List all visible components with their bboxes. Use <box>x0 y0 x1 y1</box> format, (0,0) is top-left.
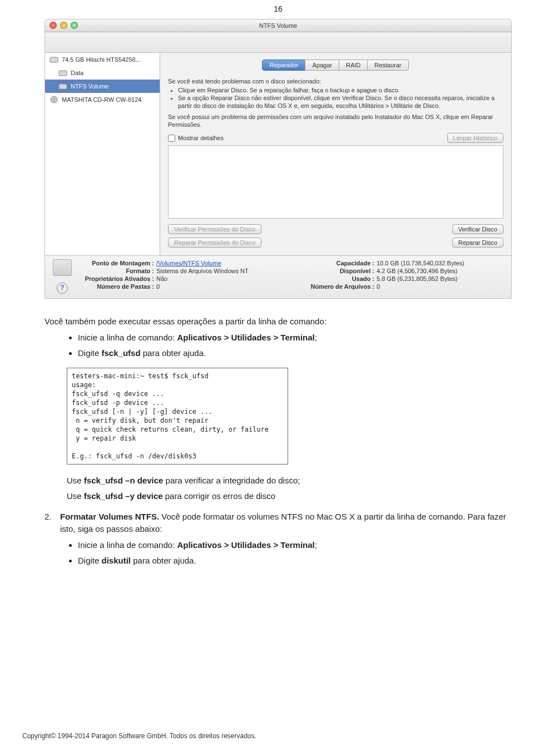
text: para corrigir os erros de disco <box>163 491 276 501</box>
info-value: 5.8 GB (6,231,805,952 Bytes) <box>377 275 458 283</box>
bold: Formatar Volumes NTFS. <box>60 512 159 521</box>
repair-permissions-button[interactable]: Reparar Permissões do Disco <box>168 238 261 248</box>
tab-bar: ReparadorApagarRAIDRestaurar <box>168 60 503 71</box>
sidebar: 74.5 GB Hitachi HTS54258...DataNTFS Volu… <box>45 53 160 255</box>
list-item: Digite fsck_ufsd para obter ajuda. <box>78 347 512 360</box>
intro-second: Se você possui um problema de permissões… <box>168 113 503 129</box>
disk-icon <box>50 56 58 63</box>
text: ; <box>315 333 317 342</box>
toolbar <box>45 32 511 53</box>
info-row: Capacidade :10.0 GB (10,738,540,032 Byte… <box>296 259 506 267</box>
intro-bullet: Clique em Reparar Disco. Se a reparação … <box>178 86 503 94</box>
disk-utility-window: NTFS Volume 74.5 GB Hitachi HTS54258...D… <box>44 19 512 299</box>
help-icon[interactable]: ? <box>57 283 68 294</box>
info-label: Número de Pastas : <box>76 283 156 290</box>
info-row: Ponto de Montagem :/Volumes/NTFS Volume <box>76 259 285 267</box>
info-value: 10.0 GB (10,738,540,032 Bytes) <box>377 259 464 267</box>
svg-rect-0 <box>50 57 58 62</box>
cd-icon <box>50 96 58 103</box>
window-title: NTFS Volume <box>259 22 297 29</box>
bold: Aplicativos > Utilidades > Terminal <box>177 333 314 342</box>
text: Digite <box>78 348 102 358</box>
info-bar: ? Ponto de Montagem :/Volumes/NTFS Volum… <box>45 255 511 298</box>
info-value[interactable]: /Volumes/NTFS Volume <box>156 259 221 267</box>
sidebar-item[interactable]: Data <box>45 66 160 80</box>
info-value: 0 <box>156 283 160 290</box>
info-label: Formato : <box>76 267 156 275</box>
info-row: Número de Arquivos :0 <box>296 283 506 290</box>
repair-disk-button[interactable]: Reparar Disco <box>452 238 503 248</box>
paragraph: Você também pode executar essas operaçõe… <box>44 315 512 328</box>
paragraph: Use fsck_ufsd –n device para verificar a… <box>67 475 512 487</box>
info-row: Formato :Sistema de Arquivos Windows NT <box>76 267 285 275</box>
tab-raid[interactable]: RAID <box>339 60 368 71</box>
info-row: Proprietários Ativados :Não <box>76 275 285 283</box>
sidebar-item-label: NTFS Volume <box>71 83 108 90</box>
drive-icon <box>53 259 72 276</box>
log-area <box>168 145 503 219</box>
text: ; <box>315 540 317 550</box>
text: para obter ajuda. <box>131 556 196 565</box>
info-label: Ponto de Montagem : <box>76 259 156 267</box>
bold: fsck_ufsd –n device <box>84 476 164 485</box>
info-row: Número de Pastas :0 <box>76 283 285 290</box>
paragraph: Use fsck_ufsd –y device para corrigir os… <box>67 490 512 503</box>
sidebar-item-label: 74.5 GB Hitachi HTS54258... <box>62 56 141 63</box>
info-label: Capacidade : <box>296 259 377 267</box>
list-item: Inicie a linha de comando: Aplicativos >… <box>78 539 512 552</box>
minimize-icon[interactable] <box>60 22 67 29</box>
sidebar-item[interactable]: NTFS Volume <box>45 80 160 93</box>
list-item: Digite diskutil para obter ajuda. <box>78 555 512 567</box>
checkbox-icon[interactable] <box>168 135 175 142</box>
text: Inicie a linha de comando: <box>78 333 177 342</box>
tab-apagar[interactable]: Apagar <box>305 60 339 71</box>
zoom-icon[interactable] <box>71 22 78 29</box>
sidebar-item-label: MATSHITA CD-RW CW-8124 <box>62 96 141 103</box>
tab-restaurar[interactable]: Restaurar <box>367 60 408 71</box>
text: Use <box>67 491 84 501</box>
sidebar-item[interactable]: 74.5 GB Hitachi HTS54258... <box>45 53 160 66</box>
text: para obter ajuda. <box>141 348 206 358</box>
sidebar-item[interactable]: MATSHITA CD-RW CW-8124 <box>45 93 160 106</box>
intro-bullet: Se a opção Reparar Disco não estiver dis… <box>178 94 503 110</box>
info-label: Disponível : <box>296 267 377 275</box>
tab-reparador[interactable]: Reparador <box>262 60 305 71</box>
svg-point-4 <box>53 99 55 101</box>
text: Inicie a linha de comando: <box>78 540 177 550</box>
show-details-label: Mostrar detalhes <box>178 135 224 141</box>
text: Use <box>67 476 84 485</box>
bold: diskutil <box>102 556 131 565</box>
text: para verificar a integridade do disco; <box>163 476 300 485</box>
info-value: 4.2 GB (4,506,730,496 Bytes) <box>377 267 458 275</box>
info-label: Número de Arquivos : <box>296 283 377 290</box>
text: Digite <box>78 556 102 565</box>
verify-permissions-button[interactable]: Verificar Permissões do Disco <box>168 224 261 234</box>
bold: fsck_ufsd –y device <box>84 491 163 501</box>
intro-lead: Se você está tendo problemas com o disco… <box>168 77 503 85</box>
volume-icon <box>58 82 67 90</box>
info-value: Sistema de Arquivos Windows NT <box>156 267 249 275</box>
list-number: 2. <box>44 511 60 536</box>
show-details-checkbox[interactable]: Mostrar detalhes <box>168 135 224 142</box>
info-row: Usado :5.8 GB (6,231,805,952 Bytes) <box>296 275 506 283</box>
svg-rect-2 <box>59 84 67 89</box>
intro-text: Se você está tendo problemas com o disco… <box>168 77 503 110</box>
verify-disk-button[interactable]: Verificar Disco <box>452 224 503 234</box>
page-number: 16 <box>44 0 512 19</box>
sidebar-item-label: Data <box>71 70 83 76</box>
volume-icon <box>58 69 67 77</box>
document-body: Você também pode executar essas operaçõe… <box>44 315 512 567</box>
info-value: Não <box>156 275 167 283</box>
window-titlebar: NTFS Volume <box>45 19 511 32</box>
paragraph: Formatar Volumes NTFS. Você pode formata… <box>60 511 512 536</box>
terminal-output: testers-mac-mini:~ test$ fsck_ufsd usage… <box>67 368 288 465</box>
info-value: 0 <box>377 283 380 290</box>
close-icon[interactable] <box>50 22 57 29</box>
bold: Aplicativos > Utilidades > Terminal <box>177 540 314 550</box>
clear-history-button[interactable]: Limpar Histórico <box>447 133 503 143</box>
info-label: Usado : <box>296 275 377 283</box>
svg-rect-1 <box>59 71 67 76</box>
list-item: Inicie a linha de comando: Aplicativos >… <box>78 332 512 344</box>
info-label: Proprietários Ativados : <box>76 275 156 283</box>
copyright: Copyright© 1994-2014 Paragon Software Gm… <box>22 732 256 740</box>
